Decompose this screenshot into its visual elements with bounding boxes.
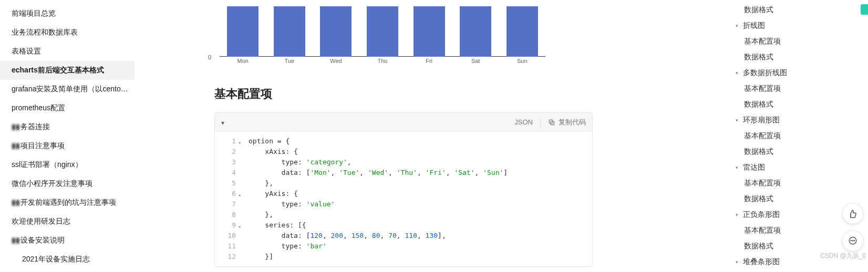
dock-icon[interactable]: [861, 4, 868, 15]
code-line[interactable]: yAxis: {: [249, 189, 592, 199]
code-line[interactable]: type: 'bar': [249, 241, 592, 252]
line-number: 12: [215, 252, 236, 262]
toc-item-5[interactable]: 基本配置项: [731, 81, 836, 97]
bar-label: Mon: [237, 58, 249, 64]
sidebar-item-5[interactable]: prometheus配置: [0, 99, 135, 118]
code-line[interactable]: },: [249, 210, 592, 220]
toc-item-13[interactable]: ▾正负条形图: [731, 207, 836, 223]
chevron-down-icon: ▾: [736, 259, 741, 265]
code-line[interactable]: type: 'category',: [249, 157, 592, 168]
toc-item-17[interactable]: 基本配置项: [731, 270, 836, 272]
toc-label: 环形扇形图: [743, 116, 780, 125]
toc-item-2[interactable]: 基本配置项: [731, 34, 836, 49]
sidebar-item-1[interactable]: 业务流程和数据库表: [0, 23, 135, 42]
code-collapse-toggle[interactable]: ▾: [221, 119, 224, 127]
code-line[interactable]: type: 'value': [249, 199, 592, 210]
sidebar-item-0[interactable]: 前端项目总览: [0, 4, 135, 23]
line-number: 9▾: [215, 220, 236, 231]
chevron-down-icon: ▾: [736, 23, 741, 28]
toc-label: 雷达图: [743, 163, 765, 172]
toc-item-11[interactable]: 基本配置项: [731, 175, 836, 191]
sidebar-item-3[interactable]: echarts前后端交互基本格式: [0, 61, 135, 80]
sidebar-item-12[interactable]: ▮▮设备安装说明: [0, 231, 135, 250]
thumbs-up-icon: [848, 209, 857, 218]
code-body: 1▾23456▾789▾101112 option = { xAxis: { t…: [215, 132, 592, 266]
toc-item-9[interactable]: 数据格式: [731, 144, 836, 160]
svg-point-4: [852, 240, 853, 241]
chevron-down-icon: ▾: [736, 70, 741, 76]
bar-group-wed: Wed: [313, 6, 359, 57]
copy-icon: [548, 119, 555, 126]
bar: [320, 6, 352, 57]
bar: [227, 6, 259, 57]
blurred-text: ▮▮: [12, 236, 20, 244]
sidebar-item-2[interactable]: 表格设置: [0, 42, 135, 61]
blurred-text: ▮▮: [12, 198, 20, 206]
toc-item-6[interactable]: 数据格式: [731, 97, 836, 112]
toc-item-8[interactable]: 基本配置项: [731, 128, 836, 144]
fold-toggle[interactable]: ▾: [239, 190, 241, 201]
code-line[interactable]: xAxis: {: [249, 147, 592, 157]
chat-icon: [848, 236, 857, 246]
sidebar-item-6[interactable]: ▮▮务器连接: [0, 118, 135, 137]
sidebar-item-8[interactable]: ssl证书部署（nginx）: [0, 155, 135, 174]
line-number: 1▾: [215, 136, 236, 147]
toc-item-3[interactable]: 数据格式: [731, 49, 836, 65]
copy-code-button[interactable]: 复制代码: [548, 118, 586, 127]
blurred-text: ▮▮: [12, 122, 20, 131]
section-heading: 基本配置项: [214, 86, 719, 102]
bar-group-sat: Sat: [452, 6, 499, 57]
code-line[interactable]: },: [249, 178, 592, 189]
toc-item-0[interactable]: 数据格式: [731, 2, 836, 18]
fold-toggle[interactable]: ▾: [239, 222, 241, 232]
code-line[interactable]: data: ['Mon', 'Tue', 'Wed', 'Thu', 'Fri'…: [249, 168, 592, 178]
code-line[interactable]: data: [120, 200, 150, 80, 70, 110, 130],: [249, 231, 592, 241]
bar: [367, 6, 398, 57]
line-number: 6▾: [215, 189, 236, 199]
sidebar-item-4[interactable]: grafana安装及简单使用（以centos7...: [0, 80, 135, 99]
code-header: ▾ JSON 复制代码: [215, 113, 592, 132]
toc-item-14[interactable]: 基本配置项: [731, 223, 836, 238]
bar: [274, 6, 305, 57]
fold-toggle[interactable]: ▾: [239, 138, 241, 148]
bar-group-mon: Mon: [220, 6, 266, 57]
line-number: 10: [215, 231, 236, 241]
sidebar-item-13[interactable]: 2021年设备实施日志: [0, 250, 135, 269]
right-toc: 数据格式▾折线图基本配置项数据格式▾多数据折线图基本配置项数据格式▾环形扇形图基…: [731, 0, 836, 272]
toc-label: 堆叠条形图: [743, 257, 780, 267]
bar: [460, 6, 491, 57]
toc-item-7[interactable]: ▾环形扇形图: [731, 112, 836, 128]
chart-y-tick: 0: [208, 54, 211, 60]
bar-label: Tue: [285, 58, 295, 64]
toc-item-4[interactable]: ▾多数据折线图: [731, 65, 836, 81]
svg-point-5: [854, 240, 854, 241]
bar: [507, 6, 538, 57]
toc-item-10[interactable]: ▾雷达图: [731, 160, 836, 175]
code-line[interactable]: series: [{: [249, 220, 592, 231]
code-block: ▾ JSON 复制代码 1▾23456▾789▾101112 option = …: [214, 112, 593, 267]
line-number: 8: [215, 210, 236, 220]
comment-button[interactable]: [843, 231, 863, 251]
bar-label: Fri: [426, 58, 432, 64]
bar-group-tue: Tue: [266, 6, 313, 57]
divider: [540, 118, 541, 127]
code-line[interactable]: option = {: [249, 136, 592, 147]
bar-label: Wed: [330, 58, 342, 64]
line-number: 7: [215, 199, 236, 210]
bar-label: Sat: [471, 58, 480, 64]
toc-item-1[interactable]: ▾折线图: [731, 18, 836, 34]
like-button[interactable]: [843, 204, 863, 224]
sidebar-item-11[interactable]: 欢迎使用研发日志: [0, 212, 135, 231]
bar-chart: 0 MonTueWedThuFriSatSun: [214, 0, 551, 64]
chevron-down-icon: ▾: [736, 212, 741, 217]
sidebar-item-10[interactable]: ▮▮开发前端遇到的坑与注意事项: [0, 193, 135, 212]
bar-group-sun: Sun: [499, 6, 545, 57]
sidebar-item-7[interactable]: ▮▮项目注意事项: [0, 137, 135, 155]
code-line[interactable]: }]: [249, 252, 592, 262]
line-number: 2: [215, 147, 236, 157]
line-number: 11: [215, 241, 236, 252]
bar-label: Thu: [378, 58, 388, 64]
toc-item-12[interactable]: 数据格式: [731, 191, 836, 207]
sidebar-item-9[interactable]: 微信小程序开发注意事项: [0, 174, 135, 193]
copy-code-label: 复制代码: [559, 118, 586, 127]
